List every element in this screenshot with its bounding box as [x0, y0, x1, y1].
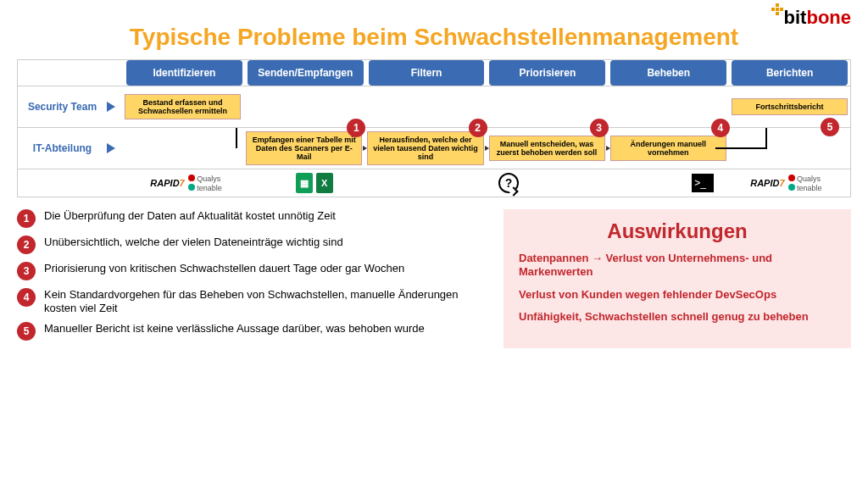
logo: bitbone	[771, 7, 851, 29]
badge-4: 4	[711, 119, 730, 137]
box-empfangen: Empfangen einer Tabelle mit Daten des Sc…	[246, 131, 362, 165]
impact-title: Auswirkungen	[519, 219, 836, 243]
tools-question: ?	[447, 173, 570, 193]
num-badge: 1	[17, 209, 36, 228]
box-aenderungen: Änderungen manuell vornehmen	[610, 136, 726, 161]
num-badge: 2	[17, 236, 36, 254]
bottom-section: 1Die Überprüfung der Daten auf Aktualitä…	[17, 209, 851, 348]
header-berichten: Berichten	[732, 60, 848, 86]
rapid7-logo: RAPID7	[750, 178, 784, 188]
terminal-icon: >_	[692, 174, 714, 192]
list-item: 5Manueller Bericht ist keine verlässlich…	[17, 322, 478, 341]
list-item: 4Kein Standardvorgehen für das Beheben v…	[17, 288, 478, 314]
security-label: Security Team	[18, 97, 107, 116]
logo-part1: bit	[784, 7, 807, 28]
badge-3: 3	[590, 119, 609, 137]
problems-list: 1Die Überprüfung der Daten auf Aktualitä…	[17, 209, 478, 348]
question-icon: ?	[498, 173, 519, 193]
header-filtern: Filtern	[369, 60, 485, 86]
list-item: 3Priorisierung von kritischen Schwachste…	[17, 262, 478, 280]
rapid7-logo: RAPID7	[150, 178, 184, 188]
badge-5: 5	[821, 118, 839, 136]
num-badge: 4	[17, 288, 36, 307]
num-badge: 3	[17, 262, 36, 280]
tools-row: RAPID7 Qualys tenable ▦ X ? >_ RAPID7 Qu…	[18, 169, 850, 197]
num-badge: 5	[17, 322, 36, 341]
header-identifizieren: Identifizieren	[126, 60, 242, 86]
list-item: 2Unübersichtlich, welche der vielen Date…	[17, 236, 478, 254]
tools-spreadsheets: ▦ X	[253, 173, 376, 193]
page-title: Typische Probleme beim Schwachstellenman…	[0, 24, 868, 51]
header-row: Identifizieren Senden/Empfangen Filtern …	[18, 60, 850, 86]
it-row: IT-Abteilung Empfangen einer Tabelle mit…	[18, 127, 850, 169]
header-priorisieren: Priorisieren	[489, 60, 605, 86]
impact-item: Verlust von Kunden wegen fehlender DevSe…	[519, 288, 836, 302]
list-item: 1Die Überprüfung der Daten auf Aktualitä…	[17, 209, 478, 228]
logo-dots-icon	[771, 3, 783, 15]
header-beheben: Beheben	[610, 60, 726, 86]
impact-item: Unfähigkeit, Schwachstellen schnell genu…	[519, 310, 836, 324]
excel-icon: X	[316, 173, 333, 193]
logo-part2: bone	[806, 7, 851, 28]
process-grid: Identifizieren Senden/Empfangen Filtern …	[17, 59, 851, 197]
triangle-icon	[107, 143, 115, 153]
box-herausfinden: Herausfinden, welche der vielen tausend …	[367, 131, 483, 165]
tools-scanners-1: RAPID7 Qualys tenable	[125, 173, 248, 193]
header-senden: Senden/Empfangen	[248, 60, 364, 86]
impact-item: Datenpannen → Verlust von Unternehmens- …	[519, 252, 836, 280]
box-fortschritt: Fortschrittsbericht	[732, 98, 848, 115]
it-label: IT-Abteilung	[18, 139, 107, 158]
impact-box: Auswirkungen Datenpannen → Verlust von U…	[504, 209, 851, 348]
badge-2: 2	[469, 119, 487, 137]
box-bestand: Bestand erfassen und Schwachsellen ermit…	[125, 94, 241, 119]
badge-1: 1	[347, 119, 365, 137]
triangle-icon	[107, 102, 115, 112]
google-sheets-icon: ▦	[296, 173, 313, 193]
tools-scanners-2: RAPID7 Qualys tenable	[725, 173, 848, 193]
box-manuell-entscheiden: Manuell entscheiden, was zuerst behoben …	[489, 136, 605, 161]
